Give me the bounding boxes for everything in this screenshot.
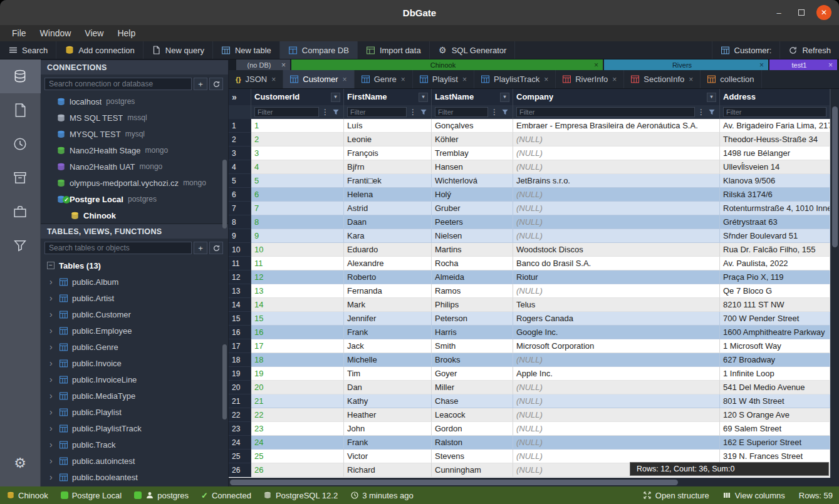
file-tab-customer[interactable]: Customer×	[283, 70, 354, 88]
cell-firstname[interactable]: Roberto	[344, 270, 432, 284]
cell-company[interactable]: (NULL)	[513, 408, 720, 422]
sidebar-tab-filters[interactable]	[0, 229, 41, 262]
cell-firstname[interactable]: Helena	[344, 188, 432, 202]
import-data-button[interactable]: Import data	[358, 41, 430, 59]
compare-db-button[interactable]: Compare DB	[280, 41, 358, 59]
refresh-tables-button[interactable]	[209, 242, 223, 254]
cell-customerid[interactable]: 26	[251, 463, 344, 477]
close-icon[interactable]: ×	[759, 61, 764, 69]
table-row[interactable]: 1414MarkPhilipsTelus8210 111 ST NW	[229, 298, 830, 312]
view-columns-button[interactable]: View columns	[723, 491, 785, 500]
table-item-public-employee[interactable]: ›public.Employee	[41, 322, 228, 339]
cell-company[interactable]: (NULL)	[513, 188, 720, 202]
table-item-public-genre[interactable]: ›public.Genre	[41, 339, 228, 355]
close-icon[interactable]: ×	[612, 76, 617, 83]
cell-customerid[interactable]: 22	[251, 408, 344, 422]
file-tab-genre[interactable]: Genre×	[355, 70, 413, 88]
cell-firstname[interactable]: Frank	[344, 436, 432, 450]
cell-company[interactable]: Woodstock Discos	[513, 243, 720, 257]
cell-customerid[interactable]: 11	[251, 257, 344, 270]
cell-lastname[interactable]: Martins	[432, 243, 513, 257]
cell-customerid[interactable]: 4	[251, 160, 344, 174]
cell-firstname[interactable]: Mark	[344, 298, 432, 312]
table-item-public-customer[interactable]: ›public.Customer	[41, 306, 228, 322]
cell-company[interactable]: (NULL)	[513, 436, 720, 450]
file-tab-playlisttrack[interactable]: PlaylistTrack×	[474, 70, 556, 88]
row-number[interactable]: 10	[229, 243, 251, 257]
row-number[interactable]: 24	[229, 436, 251, 450]
cell-company[interactable]: (NULL)	[513, 394, 720, 408]
cell-customerid[interactable]: 5	[251, 174, 344, 188]
close-icon[interactable]: ×	[689, 76, 693, 83]
cell-company[interactable]: (NULL)	[513, 381, 720, 394]
row-number[interactable]: 7	[229, 202, 251, 215]
sidebar-tab-archive[interactable]	[0, 161, 41, 195]
cell-customerid[interactable]: 14	[251, 298, 344, 312]
sidebar-tab-connections[interactable]	[0, 59, 41, 93]
table-row[interactable]: 2323JohnGordon(NULL)69 Salem Street	[229, 422, 830, 436]
cell-company[interactable]: (NULL)	[513, 202, 720, 215]
cell-customerid[interactable]: 8	[251, 215, 344, 229]
filter-menu-icon[interactable]: ⋮	[409, 107, 417, 117]
connections-scrollbar-thumb[interactable]	[222, 160, 227, 229]
cell-lastname[interactable]: Harris	[432, 326, 513, 339]
row-number[interactable]: 16	[229, 326, 251, 339]
open-structure-button[interactable]: Open structure	[644, 491, 709, 500]
table-row[interactable]: 2424FrankRalston(NULL)162 E Superior Str…	[229, 436, 830, 450]
row-number[interactable]: 26	[229, 463, 251, 477]
tables-header[interactable]: TABLES, VIEWS, FUNCTIONS	[41, 224, 228, 239]
connection-item-localhost[interactable]: localhostpostgres	[41, 93, 228, 110]
row-number[interactable]: 25	[229, 450, 251, 463]
cell-firstname[interactable]: Kara	[344, 229, 432, 243]
connection-item-mysql-test[interactable]: MYSQL TESTmysql	[41, 126, 228, 142]
add-connection-small-button[interactable]: +	[194, 78, 207, 90]
connection-item-olympus-medportal-vychozi-cz[interactable]: olympus-medportal.vychozi.czmongo	[41, 175, 228, 191]
db-tab-test1[interactable]: test1×	[769, 59, 837, 70]
table-item-public-booleantest[interactable]: ›public.booleantest	[41, 469, 228, 485]
sidebar-tab-files[interactable]	[0, 93, 41, 127]
close-icon[interactable]: ×	[828, 61, 833, 69]
menu-view[interactable]: View	[78, 25, 110, 41]
sidebar-tab-plugins[interactable]	[0, 195, 41, 229]
row-number[interactable]: 20	[229, 381, 251, 394]
table-item-public-autoinctest[interactable]: ›public.autoinctest	[41, 453, 228, 469]
cell-address[interactable]: Praça Pio X, 119	[720, 270, 830, 284]
file-tab-json[interactable]: {}JSON×	[229, 70, 283, 88]
cell-firstname[interactable]: Dan	[344, 381, 432, 394]
table-row[interactable]: 1212RobertoAlmeidaRioturPraça Pio X, 119	[229, 270, 830, 284]
connections-search-input[interactable]	[44, 78, 192, 90]
table-row[interactable]: 1818MichelleBrooks(NULL)627 Broadway	[229, 353, 830, 367]
row-number[interactable]: 9	[229, 229, 251, 243]
close-icon[interactable]: ×	[343, 76, 347, 83]
cell-firstname[interactable]: Jack	[344, 339, 432, 353]
cell-lastname[interactable]: Gordon	[432, 422, 513, 436]
refresh-connections-button[interactable]	[209, 78, 223, 90]
cell-firstname[interactable]: Daan	[344, 215, 432, 229]
cell-lastname[interactable]: Hansen	[432, 160, 513, 174]
cell-lastname[interactable]: Ramos	[432, 284, 513, 298]
cell-firstname[interactable]: Eduardo	[344, 243, 432, 257]
cell-address[interactable]: 319 N. Frances Street	[720, 450, 830, 463]
refresh-button[interactable]: Refresh	[779, 41, 839, 59]
db-tab-chinook[interactable]: Chinook×	[291, 59, 603, 70]
file-tab-riverinfo[interactable]: RiverInfo×	[556, 70, 624, 88]
cell-address[interactable]: Rilská 3174/6	[720, 188, 830, 202]
cell-customerid[interactable]: 2	[251, 133, 344, 147]
cell-lastname[interactable]: Holý	[432, 188, 513, 202]
cell-address[interactable]: Qe 7 Bloco G	[720, 284, 830, 298]
cell-company[interactable]: Riotur	[513, 270, 720, 284]
cell-company[interactable]: JetBrains s.r.o.	[513, 174, 720, 188]
cell-firstname[interactable]: Luís	[344, 119, 432, 133]
cell-company[interactable]: Google Inc.	[513, 326, 720, 339]
cell-lastname[interactable]: Philips	[432, 298, 513, 312]
connection-item-ms-sql-test[interactable]: MS SQL TESTmssql	[41, 110, 228, 126]
cell-company[interactable]: (NULL)	[513, 147, 720, 160]
cell-address[interactable]: 1 Microsoft Way	[720, 339, 830, 353]
cell-customerid[interactable]: 9	[251, 229, 344, 243]
cell-customerid[interactable]: 1	[251, 119, 344, 133]
column-menu-icon[interactable]: ▾	[707, 93, 716, 102]
cell-lastname[interactable]: Nielsen	[432, 229, 513, 243]
row-number[interactable]: 14	[229, 298, 251, 312]
tables-scrollbar-thumb[interactable]	[222, 344, 227, 419]
table-row[interactable]: 66HelenaHolý(NULL)Rilská 3174/6	[229, 188, 830, 202]
